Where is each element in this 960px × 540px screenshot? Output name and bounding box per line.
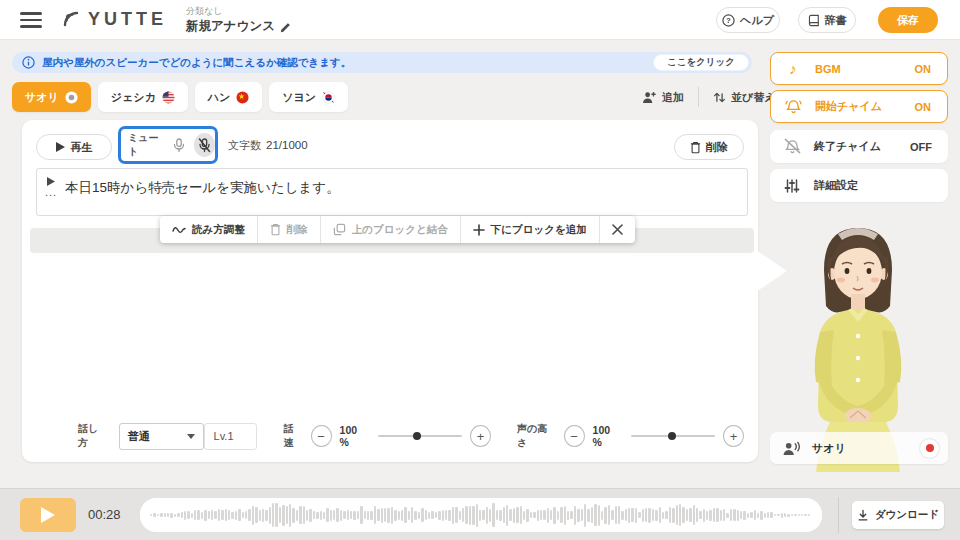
edit-pencil-icon[interactable] <box>280 21 292 33</box>
toolbar-delete-label: 削除 <box>287 223 308 237</box>
add-voice-label: 追加 <box>662 90 684 105</box>
player-time: 00:28 <box>88 507 121 522</box>
mic-on-button[interactable] <box>168 133 189 157</box>
sort-arrows-icon <box>713 91 726 104</box>
download-button[interactable]: ダウンロード <box>852 501 944 529</box>
style-value: 普通 <box>128 429 150 444</box>
end-chime-toggle-card[interactable]: 終了チャイム OFF <box>770 130 948 163</box>
toolbar-delete-button[interactable]: 削除 <box>258 216 321 243</box>
japan-flag-icon <box>65 91 78 104</box>
add-voice-button[interactable]: 追加 <box>628 90 698 105</box>
save-label: 保存 <box>897 13 919 28</box>
merge-up-button[interactable]: 上のブロックと結合 <box>321 216 461 243</box>
speed-slider[interactable] <box>378 425 462 447</box>
end-chime-state: OFF <box>910 141 932 153</box>
current-voice-name: サオリ <box>812 441 920 456</box>
play-label: 再生 <box>71 140 93 155</box>
voice-tab-soyeon[interactable]: ソヨン <box>269 82 348 112</box>
speed-plus-button[interactable]: + <box>470 425 491 447</box>
char-count-label: 文字数 <box>228 139 261 151</box>
block-toolbar: 読み方調整 削除 上のブロックと結合 下にブロックを追加 <box>160 216 635 243</box>
equalizer-icon <box>770 178 814 194</box>
info-icon <box>22 56 35 69</box>
start-chime-state: ON <box>915 101 932 113</box>
voice-settings-row: 話し方 普通 Lv.1 話速 − 100 % + 声の高さ − 100 % + <box>36 422 744 450</box>
china-flag-icon <box>236 91 249 104</box>
toolbar-close-icon[interactable] <box>600 216 635 243</box>
waveform-container[interactable] <box>140 498 822 532</box>
audio-player-bar: 00:28 ダウンロード <box>0 488 960 540</box>
voice-tab-label: ハン <box>208 90 231 105</box>
text-block[interactable]: ... 本日15時から特売セールを実施いたします。 <box>36 168 748 216</box>
app-logo: YUTTE <box>60 8 167 30</box>
speed-minus-button[interactable]: − <box>311 425 332 447</box>
reading-adjust-label: 読み方調整 <box>192 223 245 237</box>
logo-sound-icon <box>60 8 82 30</box>
document-title: 新規アナウンス <box>186 18 275 35</box>
advanced-settings-card[interactable]: 詳細設定 <box>770 169 948 202</box>
hamburger-menu-icon[interactable] <box>20 12 42 28</box>
advanced-settings-label: 詳細設定 <box>814 178 948 193</box>
waveform <box>150 498 812 532</box>
block-play-icon[interactable] <box>47 177 55 186</box>
help-button[interactable]: ? ヘルプ <box>716 7 780 33</box>
style-label: 話し方 <box>78 422 107 450</box>
start-chime-label: 開始チャイム <box>815 99 915 114</box>
current-voice-bar[interactable]: サオリ <box>770 432 948 464</box>
add-block-below-button[interactable]: 下にブロックを追加 <box>461 216 600 243</box>
reading-adjust-button[interactable]: 読み方調整 <box>160 216 258 243</box>
panel-collapse-arrow[interactable] <box>756 250 787 292</box>
bgm-toggle-card[interactable]: ♪ BGM ON <box>770 52 948 85</box>
end-chime-label: 終了チャイム <box>814 139 910 154</box>
music-note-icon: ♪ <box>771 60 815 77</box>
person-add-icon <box>642 91 657 104</box>
info-banner: 屋内や屋外のスピーカーでどのように聞こえるか確認できます。 ここをクリック <box>12 52 752 73</box>
mute-label: ミュート <box>128 131 164 159</box>
top-bar: YUTTE 分類なし 新規アナウンス ? ヘルプ 辞書 保存 <box>0 0 960 40</box>
add-block-below-label: 下にブロックを追加 <box>491 223 587 237</box>
style-dropdown[interactable]: 普通 <box>119 423 204 450</box>
voice-tab-saori[interactable]: サオリ <box>12 82 91 112</box>
document-title-block: 分類なし 新規アナウンス <box>186 5 292 35</box>
block-drag-handle[interactable]: ... <box>45 190 57 194</box>
download-label: ダウンロード <box>875 508 939 522</box>
mic-off-button[interactable] <box>194 133 215 157</box>
voice-tab-jessica[interactable]: ジェシカ <box>98 82 188 112</box>
dictionary-label: 辞書 <box>825 13 847 28</box>
help-icon: ? <box>722 14 735 27</box>
mute-control-highlight: ミュート <box>118 126 218 164</box>
category-label: 分類なし <box>186 5 292 18</box>
voice-tab-label: サオリ <box>25 90 59 105</box>
voice-tab-han[interactable]: ハン <box>195 82 263 112</box>
editor-card: 再生 ミュート 文字数21/1000 削除 ... <box>22 120 758 462</box>
char-count: 文字数21/1000 <box>228 138 308 153</box>
korea-flag-icon <box>322 91 335 104</box>
block-text[interactable]: 本日15時から特売セールを実施いたします。 <box>65 169 340 215</box>
delete-label: 削除 <box>706 140 728 155</box>
merge-up-label: 上のブロックと結合 <box>352 223 448 237</box>
dictionary-button[interactable]: 辞書 <box>798 7 856 33</box>
banner-click-here-button[interactable]: ここをクリック <box>653 54 749 71</box>
delete-block-button[interactable]: 削除 <box>674 134 744 160</box>
chevron-down-icon <box>187 434 195 439</box>
voice-tab-label: ソヨン <box>282 90 316 105</box>
download-icon <box>857 509 869 522</box>
save-button[interactable]: 保存 <box>878 7 938 33</box>
svg-text:?: ? <box>726 16 731 25</box>
banner-text: 屋内や屋外のスピーカーでどのように聞こえるか確認できます。 <box>42 56 351 70</box>
pitch-value: 100 % <box>593 424 621 448</box>
player-divider <box>838 497 839 533</box>
speed-label: 話速 <box>283 422 302 450</box>
help-label: ヘルプ <box>740 13 774 28</box>
player-play-button[interactable] <box>20 498 76 532</box>
bgm-label: BGM <box>815 63 915 75</box>
start-chime-toggle-card[interactable]: 開始チャイム ON <box>770 90 948 123</box>
pitch-plus-button[interactable]: + <box>723 425 744 447</box>
play-button[interactable]: 再生 <box>36 134 112 160</box>
style-level-value: Lv.1 <box>214 430 234 442</box>
pitch-minus-button[interactable]: − <box>564 425 585 447</box>
char-count-value: 21/1000 <box>266 139 308 151</box>
pitch-slider[interactable] <box>631 425 715 447</box>
bell-off-icon <box>770 138 814 155</box>
voice-tab-tools: 追加 並び替え <box>628 82 790 112</box>
